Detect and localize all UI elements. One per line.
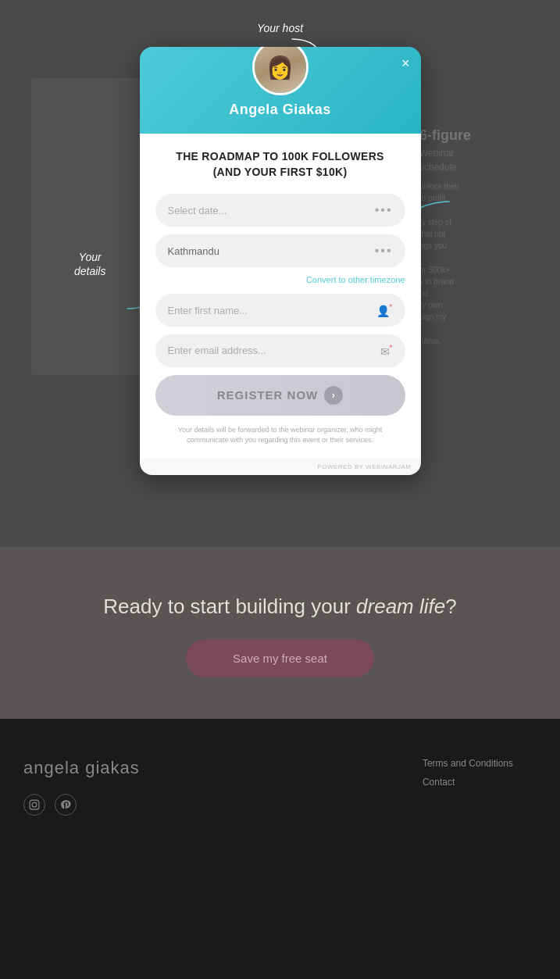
person-icon: 👤: [376, 303, 393, 317]
first-name-field[interactable]: 👤: [155, 294, 405, 327]
webinar-title: THE ROADMAP TO 100K FOLLOWERS (AND YOUR …: [155, 149, 405, 180]
email-icon: ✉: [380, 344, 393, 358]
cta-section: Ready to start building your dream life?…: [0, 547, 560, 724]
first-name-input[interactable]: [168, 305, 370, 316]
footer-social: [23, 794, 537, 816]
svg-point-4: [32, 802, 37, 807]
pinterest-icon[interactable]: [55, 794, 77, 816]
terms-link[interactable]: Terms and Conditions: [423, 758, 513, 769]
svg-point-5: [37, 802, 37, 802]
registration-modal: × 👩 Angela Giakas THE ROADMAP TO 100K FO…: [140, 47, 421, 475]
avatar-image: 👩: [255, 47, 306, 93]
location-input[interactable]: [168, 245, 375, 257]
form-disclaimer: Your details will be forwarded to the we…: [155, 425, 405, 446]
register-button[interactable]: REGISTER NOW ›: [155, 375, 405, 416]
close-button[interactable]: ×: [401, 56, 410, 70]
location-field[interactable]: •••: [155, 234, 405, 267]
your-details-annotation: Your details: [74, 250, 105, 278]
email-input[interactable]: [168, 345, 374, 356]
date-field[interactable]: •••: [155, 194, 405, 227]
register-arrow-icon: ›: [324, 386, 343, 405]
modal-header: × 👩 Angela Giakas: [140, 47, 421, 134]
email-field[interactable]: ✉: [155, 334, 405, 367]
timezone-link-container: Convert to other timezone: [155, 272, 405, 286]
host-name: Angela Giakas: [152, 102, 408, 118]
modal-body: THE ROADMAP TO 100K FOLLOWERS (AND YOUR …: [140, 134, 421, 459]
cta-text: Ready to start building your dream life?: [16, 594, 544, 620]
cta-button[interactable]: Save my free seat: [186, 639, 374, 677]
footer: angela giakas Terms and Conditions Conta…: [0, 719, 560, 979]
date-input[interactable]: [168, 205, 375, 216]
footer-links: Terms and Conditions Contact: [423, 758, 513, 795]
powered-by: POWERED BY WEBINARJAM: [140, 459, 421, 475]
register-label: REGISTER NOW: [217, 388, 319, 402]
contact-link[interactable]: Contact: [423, 777, 513, 788]
avatar: 👩: [252, 47, 309, 95]
timezone-link[interactable]: Convert to other timezone: [306, 275, 405, 284]
location-dots-icon: •••: [375, 244, 393, 258]
your-host-annotation: Your host: [257, 22, 303, 34]
date-dots-icon: •••: [375, 203, 393, 217]
instagram-icon[interactable]: [23, 794, 45, 816]
svg-rect-3: [30, 800, 39, 809]
